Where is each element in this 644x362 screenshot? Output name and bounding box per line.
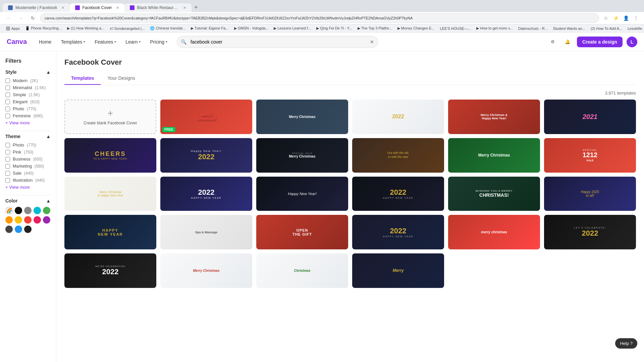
bookmark-money[interactable]: ▶ Money Changes E... (395, 25, 437, 31)
tab-your-designs[interactable]: Your Designs (101, 72, 142, 85)
filter-feminine[interactable]: Feminine (690) (5, 113, 51, 118)
filter-photo-theme[interactable]: Photo (770) (5, 142, 51, 147)
template-card-27[interactable]: Merry (352, 253, 444, 288)
bookmark-icon[interactable]: ☆ (602, 14, 610, 22)
bell-icon[interactable]: 🔔 (562, 37, 573, 47)
template-card-20[interactable]: OPENTHE GIFT (256, 215, 348, 249)
bookmark-lessons[interactable]: ▶ Lessons Learned f... (272, 25, 313, 31)
bookmark-gmsn[interactable]: ▶ GMSN - Vologda... (232, 25, 271, 31)
filter-photo-checkbox[interactable] (5, 107, 10, 111)
template-card-9[interactable]: Out with the old,in with the new (352, 138, 444, 173)
forward-button[interactable]: → (16, 13, 25, 23)
filter-marketing[interactable]: Marketing (580) (5, 164, 51, 169)
filter-illustration[interactable]: Illustration (440) (5, 178, 51, 183)
template-card-24[interactable]: WE'RE CELEBRATING 2022 (64, 253, 156, 288)
filter-illustration-checkbox[interactable] (5, 178, 10, 183)
template-card-11[interactable]: SPECIAL 1212 SALE (544, 138, 636, 173)
bookmark-qing[interactable]: ▶ Qing Fei De Yi - Y... (314, 25, 354, 31)
bookmark-how-to-add[interactable]: (2) How To Add A... (589, 26, 624, 31)
search-clear-icon[interactable]: ✕ (370, 39, 374, 45)
color-pink[interactable] (34, 216, 41, 224)
template-card-7[interactable]: Happy New Year! 2022 (160, 138, 252, 173)
url-bar[interactable]: canva.com/search/templates?q=Facebook%20… (40, 13, 599, 23)
template-card-5[interactable]: 2021 (544, 100, 636, 134)
bookmark-lesslefie[interactable]: Lesslefie (626, 26, 644, 31)
template-card-1[interactable]: MerryChristmas! FREE (160, 100, 252, 134)
back-button[interactable]: ← (4, 13, 13, 23)
color-dark-black[interactable] (24, 226, 32, 233)
bookmark-chinese[interactable]: 🌐 Chinese translat... (148, 25, 187, 31)
help-button[interactable]: Help ? (615, 338, 637, 349)
template-card-4[interactable]: Merry Christmas &Happy New Year! (448, 100, 540, 134)
template-card-3[interactable]: 2022 (352, 100, 444, 134)
user-avatar[interactable]: L (627, 37, 637, 47)
filter-feminine-checkbox[interactable] (5, 114, 10, 118)
color-orange[interactable] (5, 216, 13, 224)
color-dark-gray[interactable] (5, 226, 13, 233)
template-card-17[interactable]: Happy 2025to all! (544, 177, 636, 211)
extensions-icon[interactable]: ⚡ (612, 14, 620, 22)
template-card-22[interactable]: merry christmas (448, 215, 540, 249)
menu-icon[interactable]: ⋮ (632, 14, 640, 22)
template-card-23[interactable]: LET'S CELEBRATE! 2022 (544, 215, 636, 249)
settings-icon[interactable]: ⚙ (547, 37, 558, 47)
bookmark-student[interactable]: Student Wants an... (551, 26, 587, 31)
color-section-header[interactable]: Color ▲ (5, 198, 51, 203)
color-green[interactable] (43, 207, 50, 214)
style-section-header[interactable]: Style ▲ (5, 69, 51, 75)
filter-business-checkbox[interactable] (5, 157, 10, 162)
nav-features[interactable]: Features▾ (91, 37, 120, 47)
template-card-2[interactable]: Merry Christmas (256, 100, 348, 134)
template-card-12[interactable]: Merry Christmas& Happy New Year (64, 177, 156, 211)
template-card-26[interactable]: Christmas (256, 253, 348, 288)
color-gray[interactable] (24, 207, 32, 214)
template-card-8[interactable]: SPECIAL SALE Merry Christmas (256, 138, 348, 173)
bookmark-tutorial[interactable]: ▶ Tutorial: Eigene Fa... (189, 25, 231, 31)
template-card-10[interactable]: Merry Christmas (448, 138, 540, 173)
style-see-more[interactable]: + View more (5, 120, 51, 125)
filter-photo-theme-checkbox[interactable] (5, 143, 10, 147)
template-card-18[interactable]: HAPPYNEW YEAR (64, 215, 156, 249)
reload-button[interactable]: ↻ (28, 13, 38, 23)
nav-learn[interactable]: Learn▾ (121, 37, 145, 47)
template-card-13[interactable]: 2022 HAPPY NEW YEAR (160, 177, 252, 211)
tab-facebook-cover[interactable]: Facebook Cover ✕ (70, 3, 124, 12)
bookmark-more-views[interactable]: ▶ How to get more v... (474, 25, 515, 31)
filter-marketing-checkbox[interactable] (5, 164, 10, 169)
filter-simple-checkbox[interactable] (5, 93, 10, 97)
nav-pricing[interactable]: Pricing▾ (146, 37, 171, 47)
template-card-21[interactable]: 2022 HAPPY NEW YEAR (352, 215, 444, 249)
filter-minimalist[interactable]: Minimalist (1.5K) (5, 85, 51, 90)
bookmark-phone[interactable]: 📱 Phone Recycling... (23, 25, 64, 31)
filter-simple[interactable]: Simple (1.5K) (5, 92, 51, 97)
search-input[interactable] (177, 36, 378, 48)
tab-close-3[interactable]: ✕ (183, 6, 186, 10)
filter-photo[interactable]: Photo (770) (5, 106, 51, 111)
nav-templates[interactable]: Templates▾ (57, 37, 89, 47)
filter-elegant[interactable]: Elegant (910) (5, 99, 51, 104)
filter-modern-checkbox[interactable] (5, 78, 10, 83)
account-icon[interactable]: 👤 (622, 14, 630, 22)
template-card-6[interactable]: CHEERS TO A HAPPY NEW YEAR! (64, 138, 156, 173)
color-multicolor[interactable]: 🌈 (5, 207, 13, 214)
theme-section-header[interactable]: Theme ▲ (5, 134, 51, 139)
template-card-16[interactable]: WISHING YOU A MERRY CHRISTMAS! (448, 177, 540, 211)
bookmark-working[interactable]: ▶ (1) How Working a... (65, 25, 106, 31)
tab-close[interactable]: ✕ (61, 6, 64, 10)
color-yellow[interactable] (15, 216, 22, 224)
filter-sale-checkbox[interactable] (5, 171, 10, 176)
filter-business[interactable]: Business (650) (5, 157, 51, 162)
template-card-19[interactable]: Spa & Massage (160, 215, 252, 249)
bookmark-lees[interactable]: LEE'S HOUSE—... (438, 26, 473, 31)
color-purple[interactable] (43, 216, 50, 224)
theme-see-more[interactable]: + View more (5, 185, 51, 190)
filter-pink-checkbox[interactable] (5, 150, 10, 155)
color-blue[interactable] (15, 226, 22, 233)
create-design-button[interactable]: Create a design (577, 37, 623, 47)
bookmark-datenschutz[interactable]: Datenschutz - R... (516, 26, 550, 31)
canva-logo[interactable]: Canva (7, 38, 27, 46)
blank-template-card[interactable]: + Create blank Facebook Cover (64, 100, 156, 134)
color-black[interactable] (15, 207, 22, 214)
tab-templates[interactable]: Templates (64, 72, 101, 85)
template-card-25[interactable]: Merry Christmas (160, 253, 252, 288)
